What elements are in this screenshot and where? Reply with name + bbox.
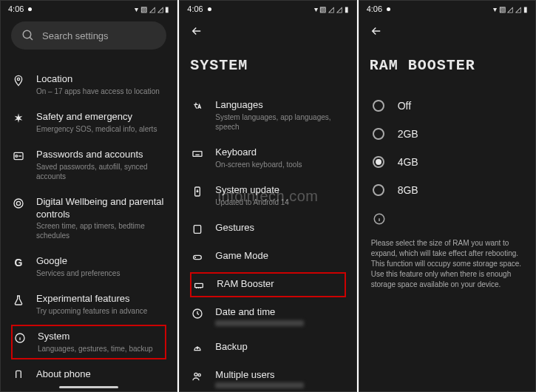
system-item-backup[interactable]: Backup: [190, 334, 345, 362]
gesture-icon: [191, 223, 203, 235]
users-icon: [191, 371, 203, 382]
radio-label: Off: [398, 100, 411, 112]
item-title: Game Mode: [215, 250, 344, 263]
system-item-keyboard[interactable]: KeyboardOn-screen keyboard, tools: [190, 139, 345, 177]
dot-icon: [208, 7, 211, 11]
svg-point-2: [17, 78, 19, 80]
item-sub: On – 17 apps have access to location: [36, 87, 165, 96]
svg-rect-17: [194, 255, 202, 259]
settings-main-screen: 4:06 ▾ ▧ ◿ ◿ ▮ Search settings LocationO…: [0, 0, 177, 392]
system-item-gestures[interactable]: Gestures: [190, 214, 345, 243]
item-title: System update: [215, 184, 344, 197]
item-title: Passwords and accounts: [36, 149, 165, 161]
info-text: Please select the size of RAM you want t…: [370, 234, 525, 294]
svg-point-26: [198, 374, 200, 376]
settings-item-safety[interactable]: Safety and emergencyEmergency SOS, medic…: [11, 104, 166, 141]
item-sub: On-screen keyboard, tools: [215, 160, 344, 169]
dot-icon: [387, 7, 390, 11]
item-title: Experimental features: [36, 293, 165, 305]
item-sub: Saved passwords, autofill, synced accoun…: [36, 162, 165, 181]
clock: 4:06: [8, 4, 24, 13]
svg-line-1: [30, 37, 33, 40]
wellbeing-icon: [13, 197, 24, 209]
item-sub: Services and preferences: [36, 268, 165, 278]
phone-icon: [13, 370, 24, 378]
radio-label: 8GB: [398, 184, 418, 196]
svg-point-0: [23, 30, 31, 38]
settings-item-about[interactable]: About phoneNothing Phone (2a): [11, 361, 166, 378]
status-bar: 4:06 ▾ ▧ ◿ ◿ ▮: [1, 1, 177, 17]
clock: 4:06: [187, 4, 203, 13]
settings-item-system[interactable]: SystemLanguages, gestures, time, backup: [11, 325, 166, 359]
item-title: Location: [36, 73, 165, 86]
radio-option-off[interactable]: Off: [370, 92, 525, 120]
status-bar: 4:06 ▾ ▧ ◿ ◿ ▮: [180, 1, 356, 17]
back-icon[interactable]: [190, 24, 203, 38]
system-item-ram-booster[interactable]: RAM Booster: [190, 272, 345, 297]
back-icon[interactable]: [370, 24, 383, 38]
update-icon: [191, 186, 203, 197]
radio-option-8gb[interactable]: 8GB: [370, 176, 525, 204]
status-icons: ▾ ▧ ◿ ◿ ▮: [493, 5, 528, 13]
system-item-users[interactable]: Multiple users: [190, 362, 345, 391]
ram-icon: [193, 280, 205, 291]
radio-icon: [373, 128, 384, 140]
info-icon: [14, 332, 26, 344]
item-sub: Try upcoming features in advance: [36, 306, 165, 316]
clock: 4:06: [367, 4, 382, 13]
radio-icon-selected: [373, 156, 384, 168]
info-row: [370, 204, 525, 234]
radio-option-2gb[interactable]: 2GB: [370, 120, 525, 148]
settings-item-google[interactable]: G GoogleServices and preferences: [11, 248, 166, 285]
key-icon: [13, 150, 24, 162]
svg-point-6: [14, 199, 23, 208]
item-sub: Screen time, app timers, bedtime schedul…: [36, 221, 165, 240]
item-title: Keyboard: [215, 146, 344, 159]
item-title: Google: [36, 255, 165, 268]
item-sub: Updated to Android 14: [215, 197, 344, 207]
google-icon: G: [13, 257, 24, 268]
status-icons: ▾ ▧ ◿ ◿ ▮: [135, 5, 169, 13]
page-title: RAM BOOSTER: [370, 47, 525, 92]
item-title: Date and time: [215, 306, 344, 319]
system-item-date[interactable]: Date and time: [190, 299, 345, 334]
item-sub-blurred: [215, 320, 304, 326]
dot-icon: [28, 7, 32, 11]
item-sub: Emergency SOS, medical info, alerts: [36, 124, 165, 134]
keyboard-icon: [191, 148, 203, 160]
page-title: SYSTEM: [190, 47, 345, 92]
system-item-gamemode[interactable]: Game Mode: [190, 243, 345, 271]
settings-item-location[interactable]: LocationOn – 17 apps have access to loca…: [11, 66, 166, 104]
item-sub: Languages, gestures, time, backup: [38, 344, 163, 354]
settings-item-passwords[interactable]: Passwords and accountsSaved passwords, a…: [11, 141, 166, 189]
backup-icon: [191, 342, 203, 354]
item-title: Multiple users: [215, 369, 344, 382]
settings-item-wellbeing[interactable]: Digital Wellbeing and parental controlsS…: [11, 189, 166, 249]
search-placeholder: Search settings: [42, 30, 109, 41]
svg-rect-11: [16, 371, 21, 378]
search-input[interactable]: Search settings: [11, 21, 166, 50]
asterisk-icon: [13, 112, 24, 124]
system-item-languages[interactable]: LanguagesSystem languages, app languages…: [190, 92, 345, 139]
svg-point-7: [16, 201, 20, 205]
radio-label: 4GB: [398, 156, 418, 168]
system-item-update[interactable]: System updateUpdated to Android 14: [190, 177, 345, 214]
location-icon: [13, 75, 24, 87]
item-title: Digital Wellbeing and parental controls: [36, 196, 165, 221]
nav-pill[interactable]: [59, 386, 118, 388]
item-sub-blurred: [215, 382, 304, 388]
status-icons: ▾ ▧ ◿ ◿ ▮: [314, 5, 349, 13]
system-screen: 4:06 ▾ ▧ ◿ ◿ ▮ SYSTEM LanguagesSystem la…: [179, 0, 356, 392]
status-bar: 4:06 ▾ ▧ ◿ ◿ ▮: [359, 1, 535, 17]
item-title: About phone: [36, 368, 165, 378]
svg-rect-13: [193, 152, 202, 157]
settings-item-experimental[interactable]: Experimental featuresTry upcoming featur…: [11, 285, 166, 323]
clock-icon: [191, 308, 203, 320]
item-title: Gestures: [215, 222, 344, 234]
radio-icon: [373, 184, 384, 196]
nav-bar: [1, 378, 177, 391]
radio-option-4gb[interactable]: 4GB: [370, 148, 525, 176]
flask-icon: [13, 294, 24, 306]
svg-rect-20: [195, 283, 203, 287]
radio-label: 2GB: [398, 128, 418, 140]
